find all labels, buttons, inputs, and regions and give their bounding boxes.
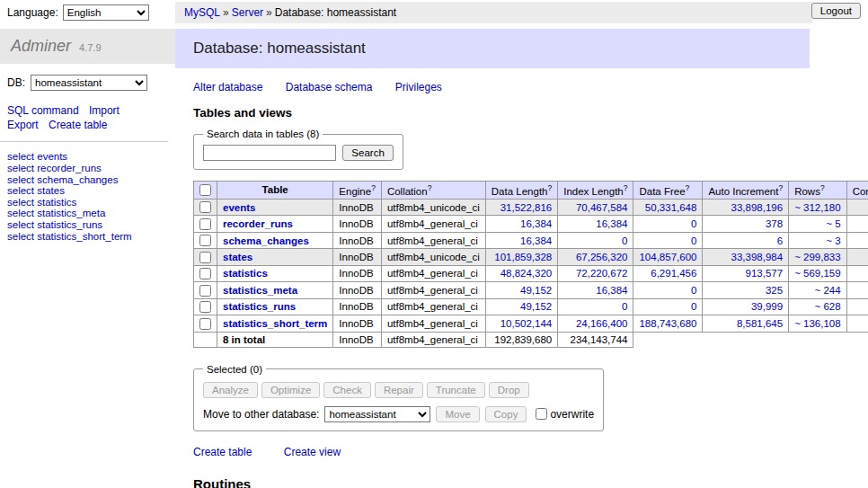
app-name[interactable]: Adminer	[11, 37, 71, 55]
analyze-button[interactable]: Analyze	[203, 382, 258, 398]
auto-increment-link[interactable]: 913,577	[708, 268, 783, 279]
help-icon: ?	[371, 183, 376, 192]
create-table-link[interactable]: Create table	[49, 119, 107, 131]
table-name-link[interactable]: statistics_runs	[223, 301, 296, 312]
select-all-checkbox[interactable]	[199, 184, 211, 196]
overwrite-checkbox[interactable]	[536, 408, 547, 420]
move-database-select[interactable]: homeassistant	[324, 406, 430, 422]
breadcrumb-server-link[interactable]: Server	[232, 6, 263, 19]
sql-command-link[interactable]: SQL command	[7, 104, 79, 117]
auto-increment-link[interactable]: 8,581,645	[708, 318, 783, 329]
tables-list: Table Engine? Collation? Data Length? In…	[193, 181, 868, 348]
optimize-button[interactable]: Optimize	[261, 382, 320, 398]
copy-button[interactable]: Copy	[485, 406, 527, 422]
row-checkbox[interactable]	[199, 318, 211, 330]
data-free-link[interactable]: 0	[639, 301, 696, 312]
row-checkbox[interactable]	[199, 268, 211, 279]
data-length-link[interactable]: 48,824,320	[492, 268, 552, 279]
data-length-link[interactable]: 16,384	[492, 235, 552, 246]
db-select[interactable]: homeassistant	[31, 75, 147, 91]
rows-count-link[interactable]: ~ 136,108	[794, 318, 840, 329]
auto-increment-link[interactable]: 33,398,984	[708, 252, 783, 262]
data-free-link[interactable]: 0	[639, 235, 696, 246]
search-legend: Search data in tables (8)	[203, 129, 323, 139]
data-free-link[interactable]: 0	[639, 285, 696, 296]
language-bar: Language: English	[7, 4, 149, 21]
sidebar-select-schema-changes[interactable]: select schema_changes	[7, 174, 118, 185]
data-length-link[interactable]: 16,384	[492, 218, 552, 229]
index-length-link[interactable]: 16,384	[563, 218, 627, 229]
repair-button[interactable]: Repair	[375, 382, 423, 398]
sidebar-select-statistics-runs[interactable]: select statistics_runs	[7, 219, 102, 230]
export-link[interactable]: Export	[7, 119, 39, 131]
row-checkbox[interactable]	[199, 301, 211, 313]
table-name-link[interactable]: states	[223, 252, 252, 262]
index-length-link[interactable]: 0	[563, 235, 627, 246]
auto-increment-link[interactable]: 39,999	[708, 301, 783, 312]
check-button[interactable]: Check	[323, 382, 371, 398]
sidebar-select-statistics-meta[interactable]: select statistics_meta	[7, 208, 105, 218]
table-name-link[interactable]: statistics_meta	[223, 285, 297, 296]
index-length-link[interactable]: 0	[563, 301, 627, 312]
table-name-link[interactable]: recorder_runs	[223, 218, 293, 229]
table-name-link[interactable]: events	[223, 202, 255, 213]
create-view-link[interactable]: Create view	[284, 446, 341, 458]
search-button[interactable]: Search	[342, 145, 393, 161]
rows-count-link[interactable]: ~ 569,159	[794, 268, 840, 279]
breadcrumb-mysql-link[interactable]: MySQL	[184, 6, 220, 19]
sidebar-select-states[interactable]: select states	[7, 185, 65, 196]
auto-increment-link[interactable]: 33,898,196	[708, 202, 783, 213]
table-name-link[interactable]: statistics	[223, 268, 268, 279]
privileges-link[interactable]: Privileges	[395, 81, 442, 93]
table-row-statistics-short-term: statistics_short_term InnoDB utf8mb4_gen…	[194, 315, 868, 332]
rows-count-link[interactable]: ~ 3	[794, 235, 840, 246]
rows-count-link[interactable]: ~ 244	[794, 285, 840, 296]
index-length-link[interactable]: 67,256,320	[563, 252, 627, 262]
truncate-button[interactable]: Truncate	[427, 382, 485, 398]
database-schema-link[interactable]: Database schema	[286, 81, 373, 93]
drop-button[interactable]: Drop	[489, 382, 529, 398]
row-checkbox[interactable]	[199, 201, 211, 213]
import-link[interactable]: Import	[89, 104, 120, 117]
move-button[interactable]: Move	[436, 406, 479, 422]
index-length-link[interactable]: 70,467,584	[563, 202, 627, 213]
create-table-link-bottom[interactable]: Create table	[193, 446, 252, 458]
rows-count-link[interactable]: ~ 628	[794, 301, 840, 312]
table-name-link[interactable]: schema_changes	[223, 235, 309, 246]
index-length-link[interactable]: 16,384	[563, 285, 627, 296]
table-name-link[interactable]: statistics_short_term	[223, 318, 327, 329]
data-length-link[interactable]: 49,152	[492, 301, 552, 312]
engine-cell: InnoDB	[333, 249, 382, 265]
sidebar-select-events[interactable]: select events	[7, 151, 67, 162]
data-free-link[interactable]: 188,743,680	[639, 318, 696, 329]
auto-increment-link[interactable]: 6	[708, 235, 783, 246]
data-length-link[interactable]: 10,502,144	[492, 318, 552, 329]
logout-button[interactable]: Logout	[811, 3, 861, 19]
search-input[interactable]	[203, 145, 336, 161]
language-select[interactable]: English	[63, 4, 149, 21]
auto-increment-link[interactable]: 325	[708, 285, 783, 296]
data-free-link[interactable]: 104,857,600	[639, 252, 696, 262]
auto-increment-link[interactable]: 378	[708, 218, 783, 229]
index-length-link[interactable]: 72,220,672	[563, 268, 627, 279]
row-checkbox[interactable]	[199, 235, 211, 246]
index-length-link[interactable]: 24,166,400	[563, 318, 627, 329]
data-length-link[interactable]: 101,859,328	[492, 252, 552, 262]
sidebar-select-statistics[interactable]: select statistics	[7, 197, 76, 208]
rows-count-link[interactable]: ~ 299,833	[794, 252, 840, 262]
sidebar-select-recorder-runs[interactable]: select recorder_runs	[7, 163, 102, 173]
data-free-link[interactable]: 6,291,456	[639, 268, 696, 279]
list-item: select statistics_runs	[7, 219, 175, 231]
rows-count-link[interactable]: ~ 5	[794, 218, 840, 229]
sidebar-select-statistics-short-term[interactable]: select statistics_short_term	[7, 231, 132, 242]
row-checkbox[interactable]	[199, 285, 211, 297]
alter-database-link[interactable]: Alter database	[193, 81, 262, 93]
data-free-link[interactable]: 0	[639, 218, 696, 229]
data-length-link[interactable]: 49,152	[492, 285, 552, 296]
row-checkbox[interactable]	[199, 252, 211, 263]
rows-count-link[interactable]: ~ 312,180	[794, 202, 840, 213]
data-length-link[interactable]: 31,522,816	[492, 202, 552, 213]
row-checkbox[interactable]	[199, 218, 211, 230]
data-free-link[interactable]: 50,331,648	[639, 202, 696, 213]
column-header-collation: Collation?	[381, 182, 485, 200]
